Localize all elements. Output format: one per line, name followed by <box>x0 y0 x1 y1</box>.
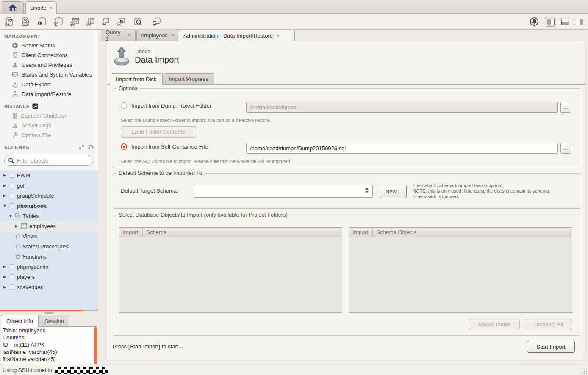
unselect-all-button[interactable]: Unselect All <box>525 319 572 330</box>
chevron-down-icon[interactable]: ▼ <box>8 214 13 218</box>
home-tab[interactable] <box>2 1 24 14</box>
chevron-right-icon[interactable]: ▶ <box>3 285 7 289</box>
tree-node-label: groupSchedule <box>17 193 54 199</box>
data-export-icon <box>12 81 18 88</box>
chevron-right-icon[interactable]: ▶ <box>3 173 7 177</box>
tab-label: Administration - Data Import/Restore <box>183 33 273 39</box>
spinner-icon[interactable] <box>365 188 369 193</box>
chevron-right-icon[interactable]: ▶ <box>3 275 7 279</box>
field-value: /home/scott/dumps/Dump20150926.sql <box>250 145 346 152</box>
close-icon[interactable]: × <box>127 32 131 39</box>
sidebar-item-startup-shutdown[interactable]: Startup / Shutdown <box>0 111 98 121</box>
reconnect-dbms-icon[interactable] <box>150 16 162 27</box>
tree-node-label: Functions <box>22 254 46 260</box>
notification-circle-icon[interactable] <box>528 16 540 27</box>
sidebar-item-status-system-variables[interactable]: Status and System Variables <box>0 70 98 80</box>
table-header: Import Schema Objects <box>349 228 572 237</box>
new-query-tab-icon[interactable]: SQL <box>3 16 15 27</box>
refresh-schemas-icon[interactable] <box>88 144 94 150</box>
browse-dump-folder-button[interactable]: ... <box>560 102 571 113</box>
splitter-grip[interactable] <box>45 312 53 314</box>
open-sql-script-icon[interactable]: SQL <box>19 16 31 27</box>
window-resize-grip[interactable] <box>581 368 587 374</box>
sidebar-item-options-file[interactable]: Options File <box>0 130 98 140</box>
sidebar-splitter <box>83 310 98 311</box>
tab-administration-data-import[interactable]: Administration - Data Import/Restore × <box>179 30 295 41</box>
sidebar-item-users-privileges[interactable]: Users and Privileges <box>0 60 98 70</box>
chevron-right-icon[interactable]: ▶ <box>3 265 7 269</box>
tree-node-schema[interactable]: ▶ groupSchedule <box>0 190 98 201</box>
tree-node-label: Views <box>22 233 37 240</box>
dump-folder-path-field[interactable]: /home/scott/dumps <box>246 102 558 113</box>
connection-tab[interactable]: Linode × <box>25 1 57 14</box>
tree-node-schema[interactable]: ▶ phpmyadmin <box>0 262 98 272</box>
ellipsis-label: ... <box>563 104 568 110</box>
radio-import-dump-folder[interactable] <box>121 102 127 109</box>
tab-import-from-disk[interactable]: Import from Disk <box>110 73 163 85</box>
create-function-icon[interactable]: f() <box>116 16 128 27</box>
schema-filter-input[interactable] <box>17 157 85 164</box>
toggle-right-panel-button[interactable] <box>574 17 585 27</box>
tree-node-schema[interactable]: ▶ golf <box>0 180 98 190</box>
sidebar-item-client-connections[interactable]: Client Connections <box>0 50 98 60</box>
chevron-down-icon[interactable]: ▼ <box>3 204 7 208</box>
toggle-left-panel-button[interactable] <box>545 17 556 27</box>
close-icon[interactable]: × <box>275 33 280 39</box>
close-icon[interactable]: × <box>48 5 53 11</box>
sidebar-item-server-status[interactable]: Server Status <box>0 41 98 50</box>
server-box-icon <box>12 113 17 119</box>
tree-node-schema[interactable]: ▶ players <box>0 272 98 282</box>
chevron-right-icon[interactable]: ▶ <box>3 193 7 198</box>
toggle-bottom-panel-button[interactable] <box>559 17 571 27</box>
scrollbar-thumb[interactable] <box>94 327 97 364</box>
schema-icon <box>9 193 15 199</box>
chevron-right-icon[interactable]: ▶ <box>3 183 7 188</box>
tree-node-views-folder[interactable]: Views <box>0 231 98 241</box>
create-procedure-icon[interactable] <box>100 16 112 27</box>
client-connections-icon <box>12 52 18 58</box>
tree-node-tables-folder[interactable]: ▼ Tables <box>0 211 98 221</box>
tree-node-schema[interactable]: ▶ scavenger <box>0 282 98 292</box>
tab-import-progress[interactable]: Import Progress <box>163 73 214 84</box>
sidebar-item-data-import-restore[interactable]: Data Import/Restore <box>0 89 98 99</box>
expand-schemas-icon[interactable] <box>79 144 84 150</box>
stored-procedures-folder-icon <box>14 243 20 249</box>
default-target-schema-combo[interactable] <box>194 185 373 198</box>
select-tables-button[interactable]: Select Tables <box>469 319 520 330</box>
tab-employees[interactable]: employees × <box>136 30 178 41</box>
sidebar-item-data-export[interactable]: Data Export <box>0 80 98 89</box>
column-header-schema-objects[interactable]: Schema Objects <box>373 229 416 235</box>
tab-object-info[interactable]: Object Info <box>1 315 39 327</box>
browse-self-contained-button[interactable]: ... <box>560 143 571 154</box>
create-table-icon[interactable] <box>69 16 81 27</box>
load-folder-contents-button[interactable]: Load Folder Contents <box>121 126 196 138</box>
tree-node-schema[interactable]: ▼ phonebook <box>0 201 98 211</box>
server-status-icon <box>12 42 18 49</box>
schema-icon <box>9 203 15 209</box>
start-import-button[interactable]: Start Import <box>527 341 575 353</box>
schema-objects-table[interactable]: Import Schema Objects <box>349 227 572 313</box>
tree-node-stored-procedures-folder[interactable]: Stored Procedures <box>0 241 98 251</box>
column-header-import[interactable]: Import <box>119 228 143 237</box>
schema-select-table[interactable]: Import Schema <box>119 227 342 313</box>
sidebar-splitter-accent[interactable] <box>0 310 83 311</box>
column-header-import[interactable]: Import <box>349 228 373 237</box>
radio-import-self-contained[interactable] <box>121 143 127 150</box>
home-icon <box>8 4 17 11</box>
self-contained-file-field[interactable]: /home/scott/dumps/Dump20150926.sql <box>246 143 558 154</box>
schema-inspector-icon[interactable]: i <box>36 16 48 27</box>
column-header-schema[interactable]: Schema <box>143 229 166 235</box>
select-objects-legend: Select Database Objects to Import (only … <box>116 212 290 218</box>
search-data-icon[interactable] <box>132 16 144 27</box>
close-icon[interactable]: × <box>170 32 175 39</box>
chevron-right-icon[interactable]: ▶ <box>14 224 19 228</box>
tab-query-1[interactable]: Query 1 × <box>101 30 136 41</box>
tab-session[interactable]: Session <box>39 315 69 326</box>
sidebar-item-server-logs[interactable]: Server Logs <box>0 121 98 130</box>
tree-node-schema[interactable]: ▶ FWM <box>0 170 98 180</box>
create-view-icon[interactable] <box>85 16 97 27</box>
tree-node-functions-folder[interactable]: Functions <box>0 251 98 262</box>
new-schema-button[interactable]: New... <box>380 185 407 198</box>
create-schema-icon[interactable] <box>53 16 64 27</box>
tree-node-table-employees[interactable]: ▶ employees <box>0 221 98 231</box>
